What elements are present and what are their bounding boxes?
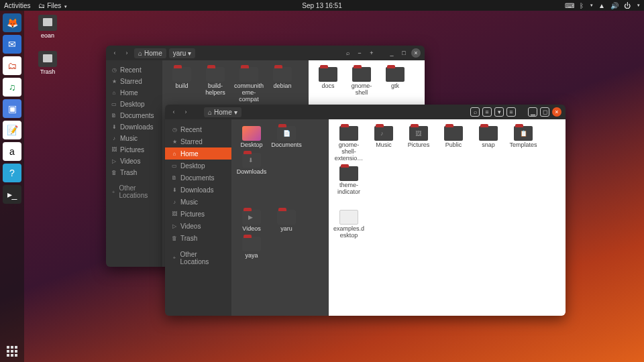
- file-grid-light-row2[interactable]: examples.desktop: [329, 203, 566, 316]
- path-home[interactable]: ⌂ Home: [134, 48, 166, 58]
- file-item-label: debian: [266, 83, 299, 90]
- downloads-icon: ⬇: [111, 124, 117, 130]
- network-icon[interactable]: ▲: [598, 2, 605, 9]
- file-item[interactable]: docs: [312, 67, 344, 97]
- desktop-home-folder[interactable]: eoan: [34, 15, 62, 39]
- file-item-label: Pictures: [402, 142, 435, 149]
- firefox-icon[interactable]: 🦊: [3, 13, 21, 32]
- forward-button[interactable]: ›: [181, 107, 191, 117]
- sidebar-item-label: Music: [120, 135, 138, 142]
- sidebar-item-recent[interactable]: ◷Recent: [165, 123, 231, 135]
- sidebar-item-downloads[interactable]: ⬇Downloads: [165, 184, 231, 196]
- file-item[interactable]: 📋Templates: [506, 126, 540, 162]
- sidebar-item-music[interactable]: ♪Music: [106, 133, 162, 144]
- sidebar-item-trash[interactable]: 🗑Trash: [165, 232, 231, 244]
- file-item[interactable]: communitheme-compat: [233, 67, 265, 103]
- zoom-out-button[interactable]: −: [355, 48, 364, 58]
- titlebar[interactable]: ‹ › ⌂ Home ▾ ⌕ ≡ ▾ ≡ ▁ ◻ ×: [165, 105, 566, 119]
- sidebar-item-documents[interactable]: 🗎Documents: [106, 110, 162, 121]
- file-item[interactable]: gnome-shell-extensio…: [332, 126, 366, 162]
- maximize-button[interactable]: □: [399, 48, 409, 58]
- file-grid-light[interactable]: gnome-shell-extensio…♪Music🖼PicturesPubl…: [329, 119, 566, 203]
- amazon-icon[interactable]: a: [3, 142, 21, 161]
- file-item[interactable]: 📄Documents: [270, 126, 303, 149]
- sidebar-item-pictures[interactable]: 🖼Pictures: [165, 208, 231, 220]
- forward-button[interactable]: ›: [122, 48, 131, 58]
- hamburger-menu-button[interactable]: ≡: [506, 107, 516, 117]
- keyboard-indicator-icon[interactable]: ⌨: [565, 2, 574, 9]
- home-icon: ⌂: [208, 109, 212, 116]
- file-item-label: communitheme-compat: [233, 83, 265, 103]
- file-item[interactable]: ♪Music: [367, 126, 400, 162]
- file-item[interactable]: Public: [437, 126, 470, 162]
- titlebar[interactable]: ‹ › ⌂ Home yaru ▾ ⌕ − + _ □ ×: [106, 46, 425, 60]
- file-item[interactable]: debian: [266, 67, 299, 103]
- zoom-in-button[interactable]: +: [367, 48, 376, 58]
- rhythmbox-icon[interactable]: ♫: [3, 78, 21, 97]
- sidebar-item-videos[interactable]: ▷Videos: [165, 220, 231, 232]
- file-item[interactable]: ▶Videos: [235, 210, 268, 233]
- show-apps-button[interactable]: [7, 346, 17, 357]
- sidebar-item-home[interactable]: ⌂Home: [106, 87, 162, 99]
- system-tray[interactable]: ⌨ ᛒ ▾ ▲ 🔊 ⏻ ▾: [565, 2, 640, 9]
- sidebar-item-trash[interactable]: 🗑Trash: [106, 167, 162, 178]
- clock[interactable]: Sep 13 16:51: [302, 2, 342, 9]
- sidebar-item-documents[interactable]: 🗎Documents: [165, 172, 231, 184]
- terminal-icon[interactable]: ▸_: [3, 185, 21, 204]
- file-item[interactable]: Desktop: [235, 126, 268, 149]
- thunderbird-icon[interactable]: ✉: [3, 35, 21, 54]
- file-item[interactable]: build: [166, 67, 198, 103]
- app-menu[interactable]: 🗂 Files ▾: [38, 2, 67, 9]
- maximize-button[interactable]: ◻: [540, 107, 549, 117]
- writer-icon[interactable]: 📝: [3, 121, 21, 139]
- file-item[interactable]: build-helpers: [199, 67, 231, 103]
- bluetooth-icon[interactable]: ᛒ: [580, 2, 584, 9]
- file-item[interactable]: yaru: [270, 210, 303, 233]
- file-item[interactable]: yaya: [235, 237, 268, 259]
- desktop-trash[interactable]: Trash: [34, 51, 62, 75]
- view-options-button[interactable]: ▾: [494, 107, 504, 117]
- sidebar-item-recent[interactable]: ◷Recent: [106, 64, 162, 76]
- file-item[interactable]: gnome-shell: [345, 67, 378, 97]
- file-item[interactable]: gtk: [379, 67, 411, 97]
- close-button[interactable]: ×: [552, 107, 561, 117]
- sidebar-item-desktop[interactable]: ▭Desktop: [106, 99, 162, 110]
- nautilus-window-2[interactable]: ‹ › ⌂ Home ▾ ⌕ ≡ ▾ ≡ ▁ ◻ × ◷Recent★Starr…: [165, 105, 566, 316]
- file-item[interactable]: snap: [472, 126, 505, 162]
- minimize-button[interactable]: _: [387, 48, 396, 58]
- files-app-icon[interactable]: 🗂: [3, 56, 21, 75]
- activities-button[interactable]: Activities: [4, 2, 30, 9]
- path-folder[interactable]: yaru ▾: [169, 48, 195, 58]
- file-grid-dark-row2[interactable]: ▶Videosyaruyaya: [231, 203, 329, 316]
- search-button[interactable]: ⌕: [470, 107, 480, 117]
- sidebar-item-starred[interactable]: ★Starred: [106, 76, 162, 87]
- volume-icon[interactable]: 🔊: [610, 2, 619, 9]
- file-item[interactable]: ⬇Downloads: [235, 153, 268, 176]
- help-icon[interactable]: ?: [3, 164, 21, 182]
- back-button[interactable]: ‹: [110, 48, 119, 58]
- file-item[interactable]: examples.desktop: [332, 210, 366, 239]
- sidebar-item-pictures[interactable]: 🖼Pictures: [106, 144, 162, 156]
- sidebar-item-starred[interactable]: ★Starred: [165, 135, 231, 147]
- sidebar-item-label: Documents: [120, 112, 154, 119]
- sidebar-item-downloads[interactable]: ⬇Downloads: [106, 121, 162, 133]
- path-home[interactable]: ⌂ Home ▾: [204, 107, 241, 117]
- search-button[interactable]: ⌕: [343, 48, 352, 58]
- screenshot-icon[interactable]: ▣: [3, 99, 21, 118]
- starred-icon: ★: [172, 139, 177, 145]
- folder-icon: [206, 67, 225, 82]
- back-button[interactable]: ‹: [169, 107, 178, 117]
- sidebar-item-home[interactable]: ⌂Home: [165, 147, 231, 160]
- list-view-button[interactable]: ≡: [482, 107, 492, 117]
- file-grid-dark[interactable]: Desktop📄Documents⬇Downloads: [231, 119, 329, 203]
- file-item[interactable]: theme-indicator: [332, 166, 366, 196]
- close-button[interactable]: ×: [411, 48, 421, 58]
- file-item[interactable]: 🖼Pictures: [402, 126, 435, 162]
- sidebar-item-videos[interactable]: ▷Videos: [106, 156, 162, 167]
- sidebar-item-music[interactable]: ♪Music: [165, 196, 231, 208]
- power-icon[interactable]: ⏻: [624, 2, 631, 9]
- sidebar-item-desktop[interactable]: ▭Desktop: [165, 160, 231, 172]
- sidebar-item-other-locations[interactable]: +Other Locations: [165, 248, 231, 267]
- sidebar-item-other-locations[interactable]: +Other Locations: [106, 182, 162, 201]
- minimize-button[interactable]: ▁: [528, 107, 537, 117]
